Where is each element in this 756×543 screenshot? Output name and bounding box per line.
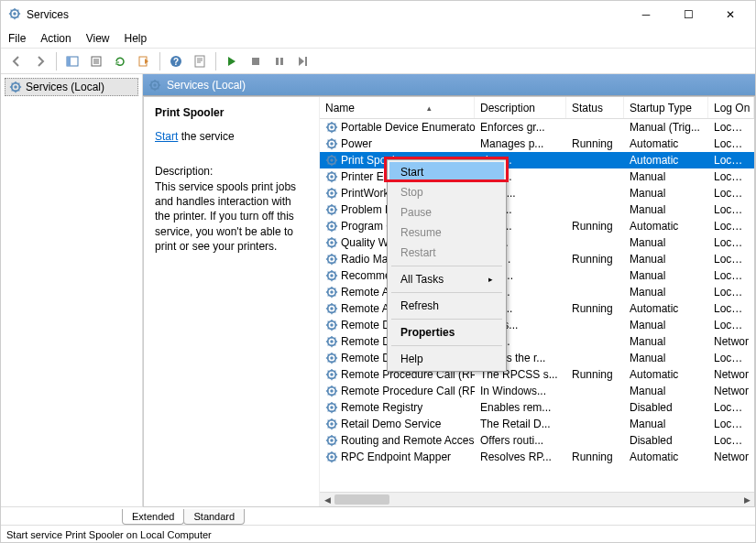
service-logon: Local Se [708,252,754,266]
scroll-thumb[interactable] [334,494,389,505]
service-status: Running [566,367,624,382]
service-startup: Automatic [624,301,708,316]
service-startup: Automatic [624,367,708,382]
service-startup: Manual [624,318,708,332]
scroll-right-icon[interactable]: ▶ [740,493,754,506]
menu-file[interactable]: File [8,32,26,45]
service-startup: Manual [624,202,708,217]
service-logon: Local Sy [708,169,754,184]
service-row[interactable]: Routing and Remote AccessOffers routi...… [320,432,754,449]
back-button[interactable] [6,51,27,71]
maximize-button[interactable]: ☐ [667,1,709,28]
pane-title: Services (Local) [167,79,246,92]
service-logon: Local Sy [708,202,754,217]
start-service-link[interactable]: Start [155,130,178,143]
service-row[interactable]: Remote Duser...ManualNetwor [320,333,754,350]
pause-service-button[interactable] [269,51,290,71]
service-startup: Manual [624,186,708,201]
service-name: Retail Demo Service [341,418,441,430]
service-row[interactable]: Remote Procedure Call (RP...In Windows..… [320,383,754,399]
list-header: Name▴ Description Status Startup Type Lo… [320,97,754,119]
column-startup-type[interactable]: Startup Type [624,97,708,118]
tab-extended[interactable]: Extended [122,509,184,525]
service-row[interactable]: Printer Extvice ...ManualLocal Sy [320,168,754,185]
console-tree: Services (Local) [1,74,143,507]
minimize-button[interactable]: ─ [625,1,667,28]
horizontal-scrollbar[interactable]: ◀ ▶ [320,492,754,506]
service-desc: Manages p... [475,136,566,151]
service-desc: Enforces gr... [475,120,566,135]
help-button[interactable]: ? [166,51,186,71]
column-name[interactable]: Name▴ [320,97,475,118]
restart-service-button[interactable] [293,51,313,71]
menu-action[interactable]: Action [40,32,71,45]
description-label: Description: [155,165,308,178]
tab-standard[interactable]: Standard [183,509,245,525]
gear-icon [325,269,338,282]
detail-panel: Print Spooler Start the service Descript… [144,97,320,506]
gear-icon [325,319,338,331]
service-logon: Local Se [708,400,754,415]
service-row[interactable]: Remote Procedure Call (RPC)The RPCSS s..… [320,366,754,383]
gear-icon [9,81,22,93]
service-startup: Disabled [624,433,708,448]
service-row[interactable]: Recommes aut...ManualLocal Sy [320,267,754,284]
service-row[interactable]: PowerManages p...RunningAutomaticLocal S… [320,136,754,152]
service-startup: Disabled [624,400,708,415]
service-name: Remote D [341,335,390,348]
show-hide-tree-button[interactable] [62,51,82,71]
refresh-button[interactable] [110,51,130,71]
service-status [566,209,624,211]
svg-rect-12 [305,57,307,66]
service-row[interactable]: Remote RegistryEnables rem...DisabledLoc… [320,399,754,416]
close-button[interactable]: ✕ [709,1,751,28]
service-logon: Local Sy [708,285,754,299]
export-button[interactable] [86,51,106,71]
gear-icon [325,352,338,364]
start-suffix: the service [178,130,234,143]
export-list-button[interactable] [134,51,154,71]
service-logon: Networ [708,384,754,398]
column-status[interactable]: Status [566,97,624,118]
ctx-properties[interactable]: Properties [389,322,504,342]
service-row[interactable]: PrintWorkes su...ManualLocal Sy [320,185,754,201]
service-row[interactable]: Problem Rvice ...ManualLocal Sy [320,201,754,218]
stop-service-button[interactable] [246,51,266,71]
menu-help[interactable]: Help [125,32,148,45]
ctx-refresh[interactable]: Refresh [389,296,504,316]
ctx-all-tasks[interactable]: All Tasks▸ [389,269,504,289]
column-logon[interactable]: Log On [708,97,754,118]
forward-button[interactable] [30,51,50,71]
gear-icon [325,121,338,134]
description-text: This service spools print jobs and handl… [155,179,308,254]
service-row[interactable]: Program Cvice ...RunningAutomaticLocal S… [320,218,754,234]
gear-icon [325,434,338,447]
window-title: Services [27,8,625,21]
services-icon [8,7,21,23]
ctx-stop: Stop [389,182,504,202]
service-row[interactable]: RPC Endpoint MapperResolves RP...Running… [320,449,754,465]
column-description[interactable]: Description [475,97,566,118]
service-row[interactable]: Radio ManMan...RunningManualLocal Se [320,251,754,267]
tree-root-label: Services (Local) [26,81,104,93]
gear-icon [325,203,338,216]
service-desc: Enables rem... [475,400,566,415]
gear-icon [325,451,338,463]
tree-root-services-local[interactable]: Services (Local) [5,78,138,96]
service-row[interactable]: Remote Desktop Services U...Allows the r… [320,350,754,366]
service-row[interactable]: Remote De Des...ManualLocal Sy [320,317,754,333]
service-row[interactable]: Remote Aa co...ManualLocal Sy [320,284,754,300]
ctx-start[interactable]: Start [389,162,504,182]
start-service-button[interactable] [222,51,242,71]
service-row[interactable]: Portable Device Enumerator...Enforces gr… [320,119,754,136]
properties-button[interactable] [190,51,210,71]
menu-view[interactable]: View [86,32,110,45]
ctx-help[interactable]: Help [389,349,504,369]
service-row[interactable]: Remote Aes di...RunningAutomaticLocal Sy [320,300,754,317]
service-status [566,159,624,161]
service-row[interactable]: Print Spoolervice ...AutomaticLocal Sy [320,152,754,168]
service-row[interactable]: Retail Demo ServiceThe Retail D...Manual… [320,416,754,432]
service-row[interactable]: Quality WWin...ManualLocal Se [320,234,754,251]
service-startup: Manual [624,285,708,299]
scroll-left-icon[interactable]: ◀ [320,493,334,506]
